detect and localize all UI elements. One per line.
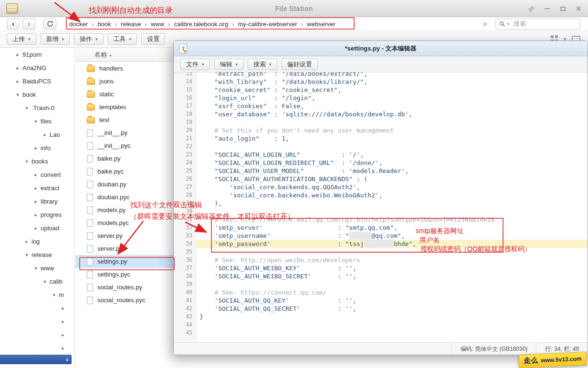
file-row-server.pyc[interactable]: server.pyc: [75, 242, 174, 255]
chevron-right-icon[interactable]: ▸: [32, 212, 39, 217]
sidebar-item-books[interactable]: ▾books: [0, 154, 74, 168]
code-line-30[interactable]: 30: [174, 207, 588, 215]
file-row-jsons[interactable]: jsons: [75, 75, 174, 88]
code-line-44[interactable]: 44: [174, 321, 588, 329]
sidebar-collapse-bar[interactable]: ›: [0, 355, 72, 364]
code-line-37[interactable]: 37 'SOCIAL_AUTH_WEIBO_KEY' : '',: [174, 264, 588, 272]
sidebar-item-release[interactable]: ▾release: [0, 248, 74, 261]
sidebar-item-book[interactable]: ▾book: [0, 88, 74, 101]
editor-menu-文件[interactable]: 文件▾: [180, 59, 210, 70]
code-line-41[interactable]: 41 'SOCIAL_AUTH_QQ_KEY' : '',: [174, 296, 588, 305]
file-row-social_routes.py[interactable]: social_routes.py: [75, 281, 174, 294]
file-row-douban.py[interactable]: douban.py: [75, 178, 174, 191]
close-icon[interactable]: ×: [575, 5, 582, 12]
sidebar-item-collapsed[interactable]: ▸: [0, 328, 74, 341]
chevron-right-icon[interactable]: ▸: [23, 239, 30, 244]
editor-titlebar[interactable]: *settings.py - 文本编辑器: [174, 41, 588, 56]
file-row-social_routes.pyc[interactable]: social_routes.pyc: [75, 294, 174, 307]
chevron-down-icon[interactable]: ▾: [23, 105, 30, 111]
code-line-15[interactable]: 15 "cookie_secret" : "cookie_secret",: [174, 86, 588, 94]
chevron-right-icon[interactable]: ▸: [32, 172, 39, 177]
chevron-right-icon[interactable]: ▸: [60, 332, 66, 337]
file-row-settings.py[interactable]: settings.py: [75, 255, 174, 268]
file-row-baike.pyc[interactable]: baike.pyc: [75, 165, 174, 178]
file-row-static[interactable]: static: [75, 88, 174, 101]
minimize-icon[interactable]: [543, 5, 551, 12]
sidebar-item-collapsed[interactable]: ▸: [0, 341, 74, 355]
chevron-down-icon[interactable]: ▾: [14, 92, 21, 97]
chevron-right-icon[interactable]: ▸: [32, 225, 39, 231]
back-button[interactable]: ‹: [7, 19, 20, 30]
chevron-down-icon[interactable]: ▾: [32, 119, 39, 124]
toolbar-button-设置[interactable]: 设置: [141, 33, 165, 45]
breadcrumb-item-release[interactable]: release: [121, 20, 141, 28]
code-line-24[interactable]: 24 "SOCIAL_AUTH_LOGIN_REDIRECT_URL" : '/…: [174, 159, 588, 167]
code-line-25[interactable]: 25 "SOCIAL_AUTH_USER_MODEL" : 'models.Re…: [174, 167, 588, 175]
breadcrumb-item-my-calibre-webserver[interactable]: my-calibre-webserver: [238, 20, 297, 28]
file-row-handlers[interactable]: handlers: [75, 62, 174, 75]
chevron-right-icon[interactable]: ▸: [14, 65, 21, 71]
chevron-down-icon[interactable]: ▾: [42, 279, 48, 284]
forward-button[interactable]: ›: [22, 19, 35, 30]
file-row-server.py[interactable]: server.py: [75, 229, 174, 242]
toolbar-button-上传[interactable]: 上传▾: [7, 33, 36, 45]
sidebar-item-.Trash-0[interactable]: ▾.Trash-0: [0, 101, 74, 114]
pin-icon[interactable]: [527, 5, 535, 12]
sidebar-item-convert[interactable]: ▸convert: [0, 168, 74, 181]
sidebar-item-Aria2NG[interactable]: ▸Aria2NG: [0, 61, 74, 74]
toolbar-button-新增[interactable]: 新增▾: [41, 33, 70, 45]
sidebar-item-calib[interactable]: ▾calib: [0, 275, 74, 288]
chevron-right-icon[interactable]: ▸: [14, 79, 21, 84]
breadcrumb-item-webserver[interactable]: webserver: [307, 20, 336, 28]
code-line-17[interactable]: 17 "xsrf_cookies" : False,: [174, 102, 588, 110]
sidebar-item-Lao[interactable]: ▸Lao: [0, 128, 74, 141]
code-line-45[interactable]: 45: [174, 329, 588, 337]
code-line-32[interactable]: 32 'smtp_server' : "smtp.qq.com",: [174, 224, 588, 232]
code-line-39[interactable]: 39: [174, 280, 588, 288]
favorite-star-icon[interactable]: ★: [482, 20, 488, 29]
sidebar-item-library[interactable]: ▸library: [0, 194, 74, 208]
file-row-__init__.py[interactable]: __init__.py: [75, 126, 174, 139]
sidebar-item-collapsed[interactable]: ▸: [0, 301, 74, 315]
toolbar-button-操作[interactable]: 操作▾: [74, 33, 104, 45]
code-line-38[interactable]: 38 'SOCIAL_AUTH_WEIBO_SECRET' : '',: [174, 272, 588, 280]
code-line-35[interactable]: 35: [174, 248, 588, 256]
code-line-20[interactable]: 20 # Set this if you don't need any user…: [174, 126, 588, 134]
sidebar-item-progres[interactable]: ▸progres: [0, 208, 74, 221]
chevron-right-icon[interactable]: ▸: [14, 52, 21, 57]
sidebar-item-info[interactable]: ▸info: [0, 141, 74, 154]
search-scope-caret-icon[interactable]: ▾: [507, 22, 509, 26]
sidebar-item-www[interactable]: ▾www: [0, 261, 74, 275]
chevron-right-icon[interactable]: ▸: [60, 346, 66, 351]
code-line-22[interactable]: 22: [174, 143, 588, 151]
code-line-14[interactable]: 14 "with_library" : "/data/books/library…: [174, 78, 588, 86]
code-line-33[interactable]: 33 'smtp_username' : " @qq.com",: [174, 232, 588, 240]
file-row-baike.py[interactable]: baike.py: [75, 152, 174, 165]
search-input[interactable]: ▾ 搜索: [495, 19, 580, 30]
code-line-23[interactable]: 23 "SOCIAL_AUTH_LOGIN_URL" : '/',: [174, 151, 588, 159]
sidebar-item-extract[interactable]: ▸extract: [0, 181, 74, 194]
file-row-models.pyc[interactable]: models.pyc: [75, 216, 174, 229]
chevron-down-icon[interactable]: ▾: [23, 159, 30, 164]
file-row-templates[interactable]: templates: [75, 101, 174, 113]
sidebar-item-upload[interactable]: ▸upload: [0, 221, 74, 235]
code-line-16[interactable]: 16 "login_url" : "/login",: [174, 94, 588, 102]
file-row-models.py[interactable]: models.py: [75, 204, 174, 216]
chevron-right-icon[interactable]: ▸: [32, 145, 39, 151]
breadcrumb-item-www[interactable]: www: [151, 20, 164, 28]
sidebar-item-BaiduPCS[interactable]: ▸BaiduPCS: [0, 74, 74, 88]
chevron-right-icon[interactable]: ▸: [60, 306, 66, 311]
code-line-36[interactable]: 36 # See: http://open.weibo.com/develope…: [174, 256, 588, 264]
breadcrumb-item-docker[interactable]: docker: [69, 20, 88, 28]
code-line-13[interactable]: 13 "extract_path" : "/data/books/extract…: [174, 72, 588, 78]
chevron-down-icon[interactable]: ▾: [32, 266, 39, 271]
code-area[interactable]: 13 "extract_path" : "/data/books/extract…: [174, 72, 588, 342]
breadcrumb-item-calibre.talebook.org[interactable]: calibre.talebook.org: [174, 20, 228, 28]
file-row-test[interactable]: test: [75, 113, 174, 126]
code-line-34[interactable]: 34 'smtp_password' : "tssj bhde",: [174, 240, 588, 248]
sidebar-item-91porn[interactable]: ▸91porn: [0, 48, 74, 61]
editor-menu-编辑[interactable]: 编辑▾: [214, 59, 244, 70]
sidebar-item-collapsed[interactable]: ▸: [0, 315, 74, 328]
sidebar-item-files[interactable]: ▾files: [0, 114, 74, 128]
chevron-right-icon[interactable]: ▸: [42, 132, 48, 137]
